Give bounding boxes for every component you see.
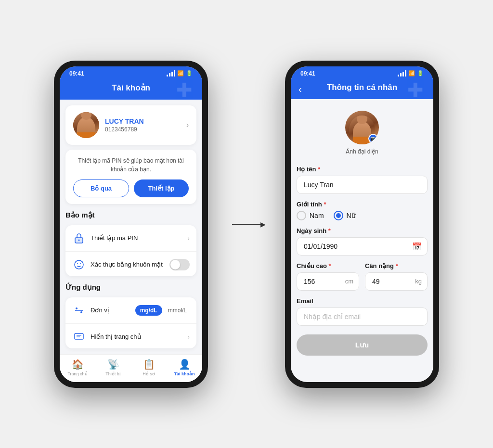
dob-label: Ngày sinh * [297, 227, 428, 234]
pin-buttons: Bỏ qua Thiết lập [73, 179, 189, 197]
email-label: Email [297, 297, 428, 305]
app-menu: Đơn vị mg/dL mmol/L Hiển thị tran [65, 297, 196, 348]
navigation-arrow [227, 224, 266, 225]
svg-point-7 [76, 307, 78, 309]
height-unit: cm [345, 278, 353, 285]
right-time: 09:41 [300, 70, 315, 77]
left-screen: 09:41 📶 🔋 Tài khoản ✚ [60, 66, 202, 382]
right-status-icons: 📶 🔋 [398, 70, 424, 77]
unit-icon [72, 304, 86, 317]
avatar-image [73, 112, 99, 138]
weight-unit: kg [415, 278, 422, 285]
right-battery-icon: 🔋 [417, 70, 424, 77]
profile-phone: 0123456789 [105, 126, 181, 133]
avatar-label: Ảnh đại diện [346, 148, 378, 155]
weight-label: Cân nặng * [365, 262, 428, 269]
nav-device[interactable]: 📡 Thiết bị [95, 358, 131, 376]
gender-label: Giới tính * [297, 201, 428, 208]
avatar-section: 📷 Ảnh đại diện [297, 107, 428, 159]
unit-item[interactable]: Đơn vị mg/dL mmol/L [65, 297, 196, 324]
nav-home-label: Trang chủ [67, 371, 87, 376]
profile-chevron-icon[interactable]: › [186, 121, 189, 129]
left-content: LUCY TRAN 0123456789 › Thiết lập mã PIN … [60, 100, 202, 354]
gender-radio-group: Nam Nữ [297, 211, 428, 220]
nav-profile[interactable]: 📋 Hồ sơ [131, 358, 167, 376]
app-section-label: Ứng dụng [65, 281, 196, 293]
security-section-label: Bảo mật [65, 209, 196, 220]
radio-nu[interactable]: Nữ [334, 211, 356, 220]
arrow-line [232, 224, 261, 225]
email-input[interactable]: Nhập địa chỉ email [297, 307, 428, 326]
pin-text: Thiết lập mã PIN sẽ giúp bảo mật hơn tài… [73, 156, 189, 174]
profile-card[interactable]: LUCY TRAN 0123456789 › [65, 105, 196, 145]
display-item[interactable]: Hiển thị trang chủ › [65, 324, 196, 348]
calendar-icon[interactable]: 📅 [412, 242, 422, 251]
svg-rect-9 [75, 333, 83, 339]
unit-mgdl[interactable]: mg/dL [135, 305, 162, 316]
weight-field: Cân nặng * 49 kg [365, 262, 428, 291]
unit-mmol[interactable]: mmol/L [165, 305, 190, 316]
pin-chevron-icon: › [187, 234, 190, 242]
full-name-input[interactable]: Lucy Tran [297, 176, 428, 194]
save-button[interactable]: Lưu [297, 334, 428, 356]
radio-nam-circle[interactable] [297, 211, 306, 220]
face-auth-toggle[interactable] [169, 259, 190, 270]
back-button[interactable]: ‹ [298, 83, 302, 94]
nav-home[interactable]: 🏠 Trang chủ [60, 358, 95, 376]
nav-account[interactable]: 👤 Tài khoản [167, 358, 202, 376]
skip-button[interactable]: Bỏ qua [73, 179, 129, 197]
nav-device-label: Thiết bị [105, 371, 121, 376]
right-phone: 09:41 📶 🔋 ‹ Thông tin cá nhân ✚ [285, 61, 439, 388]
unit-text: Đơn vị [91, 307, 130, 314]
radio-nam[interactable]: Nam [297, 211, 324, 220]
pin-menu-item[interactable]: Thiết lập mã PIN › [65, 225, 196, 252]
header-decoration: ✚ [176, 79, 193, 101]
pin-banner: Thiết lập mã PIN sẽ giúp bảo mật hơn tài… [65, 150, 196, 204]
right-content: 📷 Ảnh đại diện Họ tên * Lucy Tran Giới t… [291, 99, 433, 382]
camera-badge[interactable]: 📷 [368, 134, 378, 143]
svg-point-4 [77, 263, 78, 264]
face-auth-item[interactable]: Xác thực bằng khuôn mặt [65, 252, 196, 276]
left-time: 09:41 [69, 70, 84, 77]
home-icon: 🏠 [72, 358, 84, 370]
right-screen: 09:41 📶 🔋 ‹ Thông tin cá nhân ✚ [291, 66, 433, 382]
height-field: Chiều cao * 156 cm [297, 262, 359, 291]
nav-account-label: Tài khoản [174, 371, 195, 376]
nav-profile-label: Hồ sơ [143, 371, 155, 376]
weight-required-star: * [396, 262, 398, 269]
display-chevron-icon: › [187, 333, 190, 341]
height-required-star: * [329, 262, 331, 269]
profile-nav-icon: 📋 [143, 358, 155, 370]
height-input-wrapper: 156 cm [297, 272, 359, 291]
svg-point-2 [78, 239, 80, 241]
right-header: ‹ Thông tin cá nhân ✚ [291, 79, 433, 99]
bottom-nav: 🏠 Trang chủ 📡 Thiết bị 📋 Hồ sơ 👤 Tài kho… [60, 354, 202, 382]
required-star: * [318, 166, 320, 173]
weight-input-wrapper: 49 kg [365, 272, 428, 291]
face-icon [72, 258, 86, 271]
dob-required-star: * [328, 227, 331, 234]
height-label: Chiều cao * [297, 262, 359, 269]
profile-name: LUCY TRAN [105, 117, 181, 125]
left-header-title: Tài khoản [112, 83, 150, 92]
left-phone: 09:41 📶 🔋 Tài khoản ✚ [54, 61, 208, 388]
setup-button[interactable]: Thiết lập [134, 179, 189, 197]
display-text: Hiển thị trang chủ [91, 333, 182, 340]
dob-input[interactable]: 01/01/1990 [297, 237, 428, 256]
lock-icon [72, 231, 86, 245]
full-name-label: Họ tên * [297, 166, 428, 173]
profile-avatar[interactable]: 📷 [345, 111, 379, 144]
battery-icon: 🔋 [186, 70, 193, 77]
height-weight-fields: Chiều cao * 156 cm Cân nặng * [297, 262, 428, 291]
radio-nu-circle[interactable] [334, 211, 343, 220]
avatar [73, 112, 99, 138]
display-icon [72, 330, 86, 344]
radio-nu-label: Nữ [347, 212, 356, 219]
left-status-icons: 📶 🔋 [167, 70, 193, 77]
profile-info: LUCY TRAN 0123456789 [105, 117, 181, 133]
gender-field: Giới tính * Nam Nữ [297, 201, 428, 220]
gender-required-star: * [324, 201, 326, 208]
dob-input-wrapper: 01/01/1990 📅 [297, 237, 428, 256]
face-auth-text: Xác thực bằng khuôn mặt [91, 261, 165, 268]
svg-point-5 [80, 263, 81, 264]
